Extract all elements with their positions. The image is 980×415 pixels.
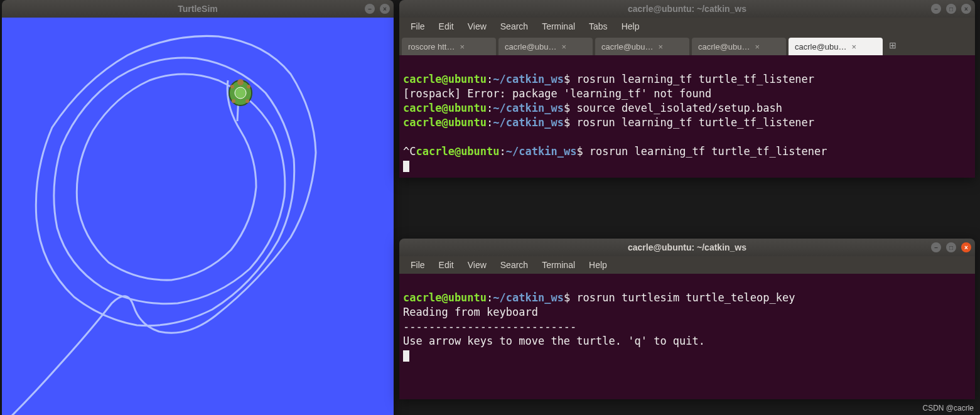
menu-file[interactable]: File bbox=[404, 19, 431, 34]
terminal-body[interactable]: cacrle@ubuntu:~/catkin_ws$ rosrun turtle… bbox=[399, 274, 975, 399]
menu-terminal[interactable]: Terminal bbox=[536, 19, 581, 34]
menu-tabs[interactable]: Tabs bbox=[583, 19, 614, 34]
tab-roscore[interactable]: roscore htt… × bbox=[402, 38, 496, 55]
minimize-icon[interactable]: – bbox=[931, 4, 941, 14]
tab-cacrle-4[interactable]: cacrle@ubu… × bbox=[789, 38, 883, 55]
menu-edit[interactable]: Edit bbox=[433, 19, 460, 34]
turtlesim-window: TurtleSim – × bbox=[2, 0, 394, 415]
tab-close-icon[interactable]: × bbox=[659, 42, 664, 51]
tab-label: cacrle@ubu… bbox=[601, 42, 654, 51]
command-text: $ source devel_isolated/setup.bash bbox=[564, 102, 782, 114]
prompt-user: cacrle@ubuntu bbox=[403, 73, 487, 85]
window-controls: – × bbox=[365, 4, 390, 14]
tab-label: cacrle@ubu… bbox=[505, 42, 557, 51]
prompt-path: ~/catkin_ws bbox=[493, 291, 564, 304]
terminal1-window: cacrle@ubuntu: ~/catkin_ws – □ × File Ed… bbox=[399, 0, 975, 178]
maximize-icon[interactable]: □ bbox=[946, 242, 956, 252]
minimize-icon[interactable]: – bbox=[931, 242, 941, 252]
window-title: TurtleSim bbox=[178, 4, 218, 14]
prompt-path: ~/catkin_ws bbox=[493, 116, 564, 129]
prompt-user: cacrle@ubuntu bbox=[403, 291, 487, 304]
command-text: $ rosrun learning_tf turtle_tf_listener bbox=[564, 116, 814, 129]
close-icon[interactable]: × bbox=[380, 4, 390, 14]
tab-cacrle-2[interactable]: cacrle@ubu… × bbox=[595, 38, 689, 55]
tab-close-icon[interactable]: × bbox=[562, 42, 567, 51]
prompt-colon: : bbox=[487, 116, 493, 129]
prompt-colon: : bbox=[487, 73, 493, 85]
tab-label: roscore htt… bbox=[408, 42, 455, 51]
command-text: $ rosrun learning_tf turtle_tf_listener bbox=[576, 145, 827, 158]
window-title: cacrle@ubuntu: ~/catkin_ws bbox=[628, 242, 746, 252]
menu-help[interactable]: Help bbox=[583, 257, 613, 272]
svg-point-5 bbox=[232, 99, 235, 103]
menubar: File Edit View Search Terminal Tabs Help bbox=[399, 18, 975, 35]
menu-terminal[interactable]: Terminal bbox=[536, 257, 581, 272]
turtle-icon bbox=[225, 77, 256, 109]
output-text: Use arrow keys to move the turtle. 'q' t… bbox=[403, 335, 705, 347]
prompt-user: cacrle@ubuntu bbox=[416, 145, 499, 158]
window-controls: – □ × bbox=[931, 4, 971, 14]
close-icon[interactable]: × bbox=[961, 4, 971, 14]
titlebar[interactable]: TurtleSim – × bbox=[2, 0, 394, 18]
cursor bbox=[403, 161, 409, 172]
tab-cacrle-3[interactable]: cacrle@ubu… × bbox=[692, 38, 786, 55]
output-text: --------------------------- bbox=[403, 320, 576, 333]
svg-point-6 bbox=[245, 99, 249, 103]
menu-view[interactable]: View bbox=[461, 257, 493, 272]
output-text: Reading from keyboard bbox=[403, 306, 538, 318]
watermark: CSDN @cacrle bbox=[922, 404, 974, 412]
prompt-colon: : bbox=[487, 102, 493, 114]
ctrl-c: ^C bbox=[403, 145, 416, 158]
tab-label: cacrle@ubu… bbox=[795, 42, 847, 51]
tab-close-icon[interactable]: × bbox=[460, 42, 465, 51]
prompt-path: ~/catkin_ws bbox=[493, 73, 564, 85]
prompt-colon: : bbox=[500, 145, 506, 158]
titlebar[interactable]: cacrle@ubuntu: ~/catkin_ws – □ × bbox=[399, 0, 975, 18]
window-controls: – □ × bbox=[931, 242, 971, 252]
prompt-path: ~/catkin_ws bbox=[506, 145, 577, 158]
tabbar: roscore htt… × cacrle@ubu… × cacrle@ubu…… bbox=[399, 35, 975, 55]
prompt-user: cacrle@ubuntu bbox=[403, 116, 487, 129]
svg-point-1 bbox=[235, 87, 246, 99]
prompt-colon: : bbox=[487, 291, 493, 304]
window-title: cacrle@ubuntu: ~/catkin_ws bbox=[628, 4, 746, 14]
svg-point-3 bbox=[230, 85, 234, 89]
menu-search[interactable]: Search bbox=[494, 19, 534, 34]
turtlesim-canvas bbox=[2, 18, 394, 415]
menubar: File Edit View Search Terminal Help bbox=[399, 256, 975, 274]
command-text: $ rosrun turtlesim turtle_teleop_key bbox=[564, 291, 795, 304]
prompt-path: ~/catkin_ws bbox=[493, 102, 564, 114]
tab-close-icon[interactable]: × bbox=[755, 42, 760, 51]
command-text: $ rosrun learning_tf turtle_tf_listener bbox=[564, 73, 814, 85]
terminal-body[interactable]: cacrle@ubuntu:~/catkin_ws$ rosrun learni… bbox=[399, 55, 975, 178]
menu-file[interactable]: File bbox=[404, 257, 431, 272]
svg-point-2 bbox=[237, 79, 244, 85]
tab-add-icon[interactable]: ⊞ bbox=[885, 35, 900, 55]
cursor bbox=[403, 350, 409, 362]
titlebar[interactable]: cacrle@ubuntu: ~/catkin_ws – □ × bbox=[399, 239, 975, 256]
turtle-path bbox=[2, 18, 394, 415]
menu-edit[interactable]: Edit bbox=[433, 257, 460, 272]
terminal2-window: cacrle@ubuntu: ~/catkin_ws – □ × File Ed… bbox=[399, 239, 975, 399]
close-icon[interactable]: × bbox=[961, 242, 971, 252]
svg-point-4 bbox=[247, 85, 250, 89]
prompt-user: cacrle@ubuntu bbox=[403, 102, 487, 114]
menu-view[interactable]: View bbox=[461, 19, 493, 34]
menu-search[interactable]: Search bbox=[494, 257, 534, 272]
minimize-icon[interactable]: – bbox=[365, 4, 375, 14]
menu-help[interactable]: Help bbox=[615, 19, 646, 34]
error-text: [rospack] Error: package 'learning_tf' n… bbox=[403, 87, 711, 100]
maximize-icon[interactable]: □ bbox=[946, 4, 956, 14]
tab-cacrle-1[interactable]: cacrle@ubu… × bbox=[498, 38, 593, 55]
tab-close-icon[interactable]: × bbox=[852, 42, 857, 51]
tab-label: cacrle@ubu… bbox=[698, 42, 750, 51]
